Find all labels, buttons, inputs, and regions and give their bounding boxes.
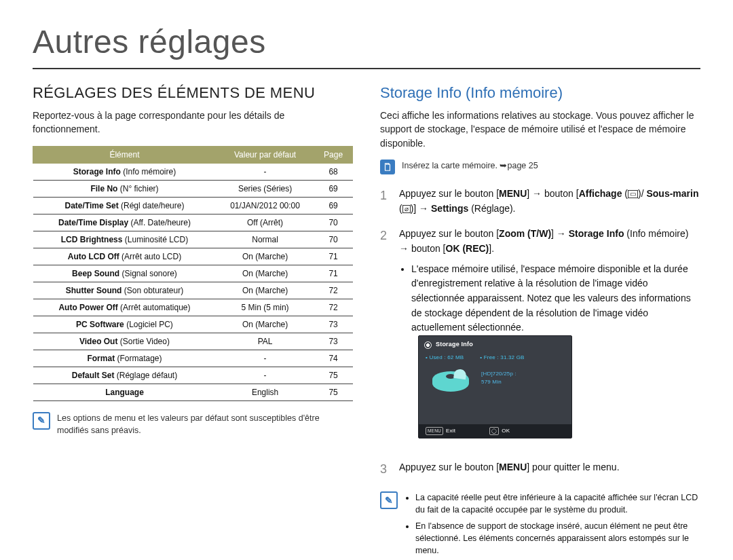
lcd-used: • Used : 62 MB <box>426 354 464 362</box>
table-row: Auto LCD Off (Arrêt auto LCD)On (Marche)… <box>33 248 353 265</box>
lcd-duration: 579 Min <box>481 378 516 386</box>
settings-heading: RÉGLAGES DES ÉLÉMENTS DE MENU <box>33 84 353 102</box>
table-row: Video Out (Sortie Video)PAL73 <box>33 333 353 350</box>
gear-icon <box>424 341 432 349</box>
cell-page: 72 <box>314 282 353 299</box>
lcd-ok: OK <box>502 428 510 434</box>
final-note-item: En l'absence de support de stockage insé… <box>415 520 700 557</box>
cell-default: - <box>216 367 314 384</box>
cell-page: 69 <box>314 197 353 214</box>
cell-default: PAL <box>216 333 314 350</box>
step-2-bullet: L'espace mémoire utilisé, l'espace mémoi… <box>411 262 700 335</box>
table-row: Date/Time Display (Aff. Date/heure)Off (… <box>33 214 353 231</box>
cell-page: 75 <box>314 367 353 384</box>
ok-key-icon: ◯ <box>489 427 499 435</box>
lcd-preview: Storage Info • Used : 62 MB • Free : 31.… <box>418 335 572 438</box>
cell-page: 70 <box>314 214 353 231</box>
th-element: Élément <box>33 146 217 163</box>
right-column: Storage Info (Info mémoire) Ceci affiche… <box>380 84 700 560</box>
cell-default: Off (Arrêt) <box>216 214 314 231</box>
lcd-resolution: [HD]720/25p : <box>481 370 516 378</box>
settings-table: Élément Valeur par défaut Page Storage I… <box>33 146 353 401</box>
cell-element: Date/Time Display (Aff. Date/heure) <box>33 214 217 231</box>
cell-default: 5 Min (5 min) <box>216 299 314 316</box>
note-block: ✎ Les options de menu et les valeurs par… <box>33 412 353 436</box>
note-icon: ✎ <box>33 412 50 430</box>
final-note: ✎ La capacité réelle peut être inférieur… <box>380 491 700 560</box>
cell-element: LCD Brightness (Luminosité LCD) <box>33 231 217 248</box>
cell-page: 68 <box>314 163 353 180</box>
left-column: RÉGLAGES DES ÉLÉMENTS DE MENU Reportez-v… <box>33 84 353 560</box>
table-row: Format (Formatage)-74 <box>33 350 353 367</box>
cell-element: Beep Sound (Signal sonore) <box>33 265 217 282</box>
cell-page: 69 <box>314 180 353 197</box>
table-row: Beep Sound (Signal sonore)On (Marche)71 <box>33 265 353 282</box>
cell-element: File No (N° fichier) <box>33 180 217 197</box>
display-icon: ▭ <box>628 190 638 198</box>
table-row: PC Software (Logiciel PC)On (Marche)73 <box>33 316 353 333</box>
table-row: Storage Info (Info mémoire)-68 <box>33 163 353 180</box>
cell-element: Date/Time Set (Régl date/heure) <box>33 197 217 214</box>
lcd-title-text: Storage Info <box>436 340 473 350</box>
table-row: Default Set (Réglage défaut)-75 <box>33 367 353 384</box>
th-page: Page <box>314 146 353 163</box>
lcd-free: • Free : 31.32 GB <box>480 354 524 362</box>
storage-intro: Ceci affiche les informations relatives … <box>380 109 700 150</box>
step-3: 3 Appuyez sur le bouton [MENU] pour quit… <box>380 460 700 479</box>
cell-default: 01/JAN/2012 00:00 <box>216 197 314 214</box>
lcd-title-bar: Storage Info <box>419 336 571 352</box>
disk-icon <box>432 371 469 392</box>
step-number: 3 <box>380 460 390 479</box>
cell-page: 73 <box>314 333 353 350</box>
cell-element: Auto LCD Off (Arrêt auto LCD) <box>33 248 217 265</box>
settings-intro: Reportez-vous à la page correspondante p… <box>33 109 353 136</box>
table-row: Shutter Sound (Son obturateur)On (Marche… <box>33 282 353 299</box>
table-row: LCD Brightness (Luminosité LCD)Normal70 <box>33 231 353 248</box>
step-3-body: Appuyez sur le bouton [MENU] pour quitte… <box>399 460 620 479</box>
cell-page: 71 <box>314 248 353 265</box>
cell-element: Default Set (Réglage défaut) <box>33 367 217 384</box>
step-number: 2 <box>380 227 390 449</box>
cell-default: On (Marche) <box>216 248 314 265</box>
note-text: Les options de menu et les valeurs par d… <box>57 412 353 436</box>
cell-default: On (Marche) <box>216 282 314 299</box>
cell-element: Language <box>33 384 217 400</box>
cell-page: 71 <box>314 265 353 282</box>
step-number: 1 <box>380 187 390 216</box>
cell-default: Normal <box>216 231 314 248</box>
step-2: 2 Appuyez sur le bouton [Zoom (T/W)] → S… <box>380 227 700 449</box>
table-row: File No (N° fichier)Series (Séries)69 <box>33 180 353 197</box>
cell-default: Series (Séries) <box>216 180 314 197</box>
cell-page: 73 <box>314 316 353 333</box>
page-title: Autres réglages <box>33 26 700 58</box>
cell-page: 74 <box>314 350 353 367</box>
cell-element: Storage Info (Info mémoire) <box>33 163 217 180</box>
table-row: LanguageEnglish75 <box>33 384 353 400</box>
cell-default: On (Marche) <box>216 316 314 333</box>
cell-element: Shutter Sound (Son obturateur) <box>33 282 217 299</box>
cell-page: 75 <box>314 384 353 400</box>
sd-note-text: Insérez la carte mémoire. ➥page 25 <box>402 160 538 172</box>
table-row: Auto Power Off (Arrêt automatique)5 Min … <box>33 299 353 316</box>
step-1: 1 Appuyez sur le bouton [MENU] → bouton … <box>380 187 700 216</box>
sd-card-icon <box>380 160 395 174</box>
underwater-icon: ⌀ <box>402 205 411 213</box>
cell-default: - <box>216 163 314 180</box>
note-icon: ✎ <box>380 491 398 509</box>
cell-default: English <box>216 384 314 400</box>
title-rule <box>33 68 700 69</box>
final-note-item: La capacité réelle peut être inférieure … <box>415 491 700 516</box>
cell-element: Video Out (Sortie Video) <box>33 333 217 350</box>
cell-element: Format (Formatage) <box>33 350 217 367</box>
cell-default: - <box>216 350 314 367</box>
cell-page: 70 <box>314 231 353 248</box>
cell-element: Auto Power Off (Arrêt automatique) <box>33 299 217 316</box>
step-2-body: Appuyez sur le bouton [Zoom (T/W)] → Sto… <box>399 227 700 449</box>
th-default: Valeur par défaut <box>216 146 314 163</box>
sd-note: Insérez la carte mémoire. ➥page 25 <box>380 160 700 174</box>
cell-default: On (Marche) <box>216 265 314 282</box>
menu-key-icon: MENU <box>426 427 443 435</box>
cell-element: PC Software (Logiciel PC) <box>33 316 217 333</box>
table-row: Date/Time Set (Régl date/heure)01/JAN/20… <box>33 197 353 214</box>
storage-heading: Storage Info (Info mémoire) <box>380 84 700 102</box>
